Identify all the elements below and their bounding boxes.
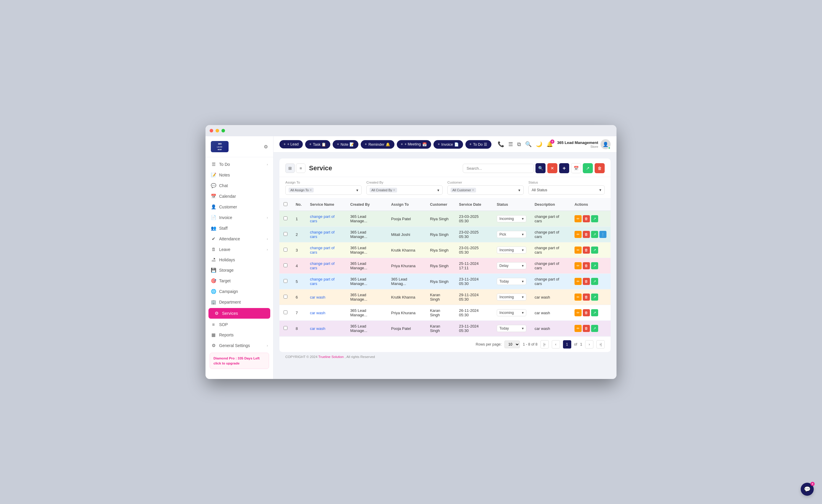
edit-icon-3[interactable]: ✏ bbox=[574, 246, 581, 254]
status-select[interactable]: All Status ▾ bbox=[528, 185, 605, 194]
row-service-name[interactable]: change part of cars bbox=[306, 274, 346, 290]
delete-icon-3[interactable]: 🗑 bbox=[583, 246, 590, 254]
status-dropdown-7[interactable]: Incoming ▾ bbox=[497, 309, 526, 316]
maximize-dot[interactable] bbox=[222, 129, 225, 132]
sidebar-item-services[interactable]: ⚙ Services bbox=[209, 308, 270, 319]
extra-icon-2[interactable]: ⋮ bbox=[599, 231, 606, 238]
sidebar-item-storage[interactable]: 💾 Storage bbox=[206, 265, 273, 276]
row-status[interactable]: Incoming ▾ bbox=[493, 211, 530, 227]
row-checkbox-8[interactable] bbox=[284, 326, 288, 330]
first-page-button[interactable]: |‹ bbox=[540, 340, 549, 349]
row-checkbox-1[interactable] bbox=[284, 216, 288, 220]
arrow-icon-2[interactable]: ↗ bbox=[591, 231, 598, 238]
status-dropdown-2[interactable]: Pick ▾ bbox=[497, 231, 526, 238]
sidebar-item-calendar[interactable]: 📅 Calendar bbox=[206, 191, 273, 201]
edit-icon-1[interactable]: ✏ bbox=[574, 215, 581, 222]
add-todo-button[interactable]: + To Do ☰ bbox=[465, 140, 491, 149]
delete-icon-5[interactable]: 🗑 bbox=[583, 278, 590, 285]
add-reminder-button[interactable]: + Reminder 🔔 bbox=[361, 140, 394, 149]
assign-to-tag-close[interactable]: ✕ bbox=[310, 188, 312, 191]
created-by-select[interactable]: All Created By ✕ ▾ bbox=[366, 185, 443, 195]
row-service-name[interactable]: change part of cars bbox=[306, 258, 346, 274]
sidebar-item-general-settings[interactable]: ⚙ General Settings › bbox=[206, 340, 273, 351]
row-status[interactable]: Incoming ▾ bbox=[493, 290, 530, 305]
minimize-dot[interactable] bbox=[216, 129, 219, 132]
row-checkbox-3[interactable] bbox=[284, 248, 288, 251]
add-invoice-button[interactable]: + Invoice 📄 bbox=[433, 140, 463, 149]
footer-company-link[interactable]: Trueline Solution bbox=[319, 355, 344, 359]
row-status[interactable]: Today ▾ bbox=[493, 321, 530, 337]
row-service-name[interactable]: car wash bbox=[306, 305, 346, 321]
status-dropdown-1[interactable]: Incoming ▾ bbox=[497, 215, 526, 222]
sidebar-item-department[interactable]: 🏢 Department bbox=[206, 297, 273, 308]
sidebar-item-sop[interactable]: ≡ SOP bbox=[206, 319, 273, 330]
edit-icon-4[interactable]: ✏ bbox=[574, 262, 581, 269]
edit-icon-7[interactable]: ✏ bbox=[574, 309, 581, 316]
moon-icon[interactable]: 🌙 bbox=[536, 141, 542, 147]
list-icon[interactable]: ☰ bbox=[508, 141, 513, 147]
select-all-checkbox[interactable] bbox=[284, 202, 288, 206]
row-checkbox-2[interactable] bbox=[284, 232, 288, 236]
edit-icon-8[interactable]: ✏ bbox=[574, 325, 581, 332]
sidebar-item-staff[interactable]: 👥 Staff bbox=[206, 223, 273, 233]
row-service-name[interactable]: change part of cars bbox=[306, 227, 346, 242]
arrow-icon-8[interactable]: ↗ bbox=[591, 325, 598, 332]
close-dot[interactable] bbox=[210, 129, 213, 132]
row-service-name[interactable]: change part of cars bbox=[306, 211, 346, 227]
row-checkbox-6[interactable] bbox=[284, 295, 288, 299]
chat-fab[interactable]: 💬 0 bbox=[801, 483, 814, 496]
add-lead-button[interactable]: + + Lead bbox=[280, 140, 303, 148]
sidebar-item-campaign[interactable]: 🌐 Campaign bbox=[206, 286, 273, 297]
delete-icon-4[interactable]: 🗑 bbox=[583, 262, 590, 269]
sidebar-item-chat[interactable]: 💬 Chat bbox=[206, 180, 273, 191]
sidebar-item-target[interactable]: 🎯 Target bbox=[206, 276, 273, 286]
status-dropdown-8[interactable]: Today ▾ bbox=[497, 325, 526, 332]
sidebar-item-notes[interactable]: 📝 Notes bbox=[206, 170, 273, 180]
sidebar-item-leave[interactable]: 🗓 Leave › bbox=[206, 244, 273, 255]
search-button[interactable]: 🔍 bbox=[535, 163, 545, 173]
row-status[interactable]: Today ▾ bbox=[493, 274, 530, 290]
calendar-button[interactable]: 📅 bbox=[571, 163, 581, 173]
row-checkbox-7[interactable] bbox=[284, 311, 288, 314]
row-status[interactable]: Pick ▾ bbox=[493, 227, 530, 242]
delete-icon-8[interactable]: 🗑 bbox=[583, 325, 590, 332]
row-service-name[interactable]: car wash bbox=[306, 290, 346, 305]
delete-icon-7[interactable]: 🗑 bbox=[583, 309, 590, 316]
delete-button[interactable]: 🗑 bbox=[594, 163, 605, 173]
grid-view-button[interactable]: ⊞ bbox=[285, 163, 295, 173]
sidebar-item-todo[interactable]: ☰ To Do › bbox=[206, 159, 273, 170]
edit-icon-2[interactable]: ✏ bbox=[574, 231, 581, 238]
sidebar-item-invoice[interactable]: 📄 Invoice › bbox=[206, 212, 273, 223]
arrow-icon-3[interactable]: ↗ bbox=[591, 246, 598, 254]
row-checkbox-5[interactable] bbox=[284, 279, 288, 283]
status-dropdown-5[interactable]: Today ▾ bbox=[497, 278, 526, 285]
search-input[interactable] bbox=[463, 164, 534, 173]
add-note-button[interactable]: + Note 📝 bbox=[333, 140, 358, 149]
upgrade-box[interactable]: Diamond Pro : 335 Days Left click to upg… bbox=[210, 353, 269, 369]
sidebar-item-customer[interactable]: 👤 Customer bbox=[206, 201, 273, 212]
chart-button[interactable]: ↗ bbox=[583, 163, 593, 173]
add-task-button[interactable]: + Task 📋 bbox=[305, 140, 331, 149]
list-view-button[interactable]: ≡ bbox=[296, 163, 306, 173]
status-dropdown-4[interactable]: Delay ▾ bbox=[497, 262, 526, 269]
add-meeting-button[interactable]: + + Meeting 📅 bbox=[397, 140, 431, 149]
status-dropdown-6[interactable]: Incoming ▾ bbox=[497, 294, 526, 301]
row-service-name[interactable]: change part of cars bbox=[306, 242, 346, 258]
copy-icon[interactable]: ⧉ bbox=[517, 141, 521, 147]
arrow-icon-4[interactable]: ↗ bbox=[591, 262, 598, 269]
sidebar-item-reports[interactable]: ▦ Reports bbox=[206, 330, 273, 340]
created-by-tag-close[interactable]: ✕ bbox=[393, 188, 395, 191]
edit-icon-6[interactable]: ✏ bbox=[574, 294, 581, 301]
assign-to-select[interactable]: All Assign To ✕ ▾ bbox=[285, 185, 362, 195]
row-status[interactable]: Delay ▾ bbox=[493, 258, 530, 274]
arrow-icon-6[interactable]: ↗ bbox=[591, 294, 598, 301]
sidebar-item-holidays[interactable]: 🏖 Holidays bbox=[206, 255, 273, 265]
prev-page-button[interactable]: ‹ bbox=[552, 340, 560, 349]
rows-per-page-select[interactable]: 10 25 50 bbox=[504, 341, 520, 348]
last-page-button[interactable]: ›| bbox=[596, 340, 605, 349]
row-status[interactable]: Incoming ▾ bbox=[493, 242, 530, 258]
settings-icon[interactable]: ⚙ bbox=[264, 144, 268, 149]
arrow-icon-5[interactable]: ↗ bbox=[591, 278, 598, 285]
clear-search-button[interactable]: ✕ bbox=[547, 163, 557, 173]
phone-icon[interactable]: 📞 bbox=[498, 141, 504, 147]
